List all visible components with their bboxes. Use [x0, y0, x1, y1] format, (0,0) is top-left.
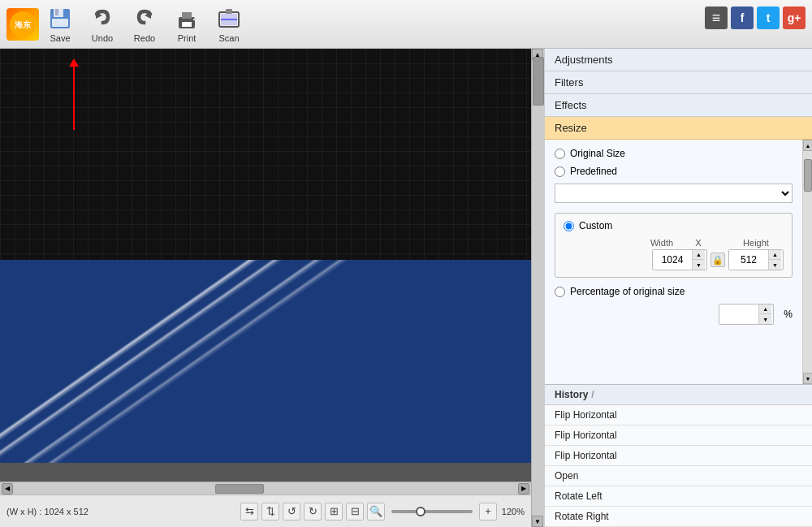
googleplus-icon[interactable]: g+: [783, 6, 806, 29]
original-size-radio[interactable]: [555, 149, 565, 159]
horizontal-scrollbar[interactable]: ◀ ▶: [0, 482, 531, 495]
canvas-scroll-thumb[interactable]: [533, 57, 544, 106]
history-panel: History / Flip Horizontal Flip Horizonta…: [545, 384, 812, 527]
predefined-select[interactable]: [555, 184, 793, 203]
height-field[interactable]: [729, 250, 768, 270]
pct-radio-row: Percentage of original size: [555, 286, 793, 297]
redo-icon: [132, 6, 158, 32]
panel-scrollbar[interactable]: ▲ ▼: [802, 140, 812, 384]
red-arrow: [73, 65, 75, 130]
grid-tool[interactable]: ⊞: [325, 503, 343, 521]
zoom-percentage: 120%: [500, 507, 525, 516]
logo-image: 海东: [6, 8, 39, 41]
flip-h-tool[interactable]: ⇆: [240, 503, 258, 521]
svg-rect-10: [182, 22, 192, 27]
pct-row: ▲ ▼ %: [555, 304, 793, 325]
save-button[interactable]: Save: [39, 3, 81, 45]
lock-aspect-button[interactable]: 🔒: [710, 253, 725, 267]
zoom-slider-thumb[interactable]: [416, 507, 425, 516]
print-button[interactable]: Print: [166, 3, 208, 45]
svg-text:海东: 海东: [15, 20, 32, 29]
image-bottom: [0, 260, 531, 463]
canvas-bottom-bar: (W x H) : 1024 x 512 ⇆ ⇅ ↺ ↻ ⊞ ⊟ 🔍: [0, 495, 531, 527]
height-down-btn[interactable]: ▼: [769, 260, 781, 270]
canvas-area: ◀ ▶ (W x H) : 1024 x 512 ⇆ ⇅ ↺ ↻: [0, 49, 544, 527]
grid-alt-tool[interactable]: ⊟: [346, 503, 364, 521]
pct-field[interactable]: [719, 305, 758, 324]
menu-icon[interactable]: ≡: [705, 6, 728, 29]
scroll-left-button[interactable]: ◀: [2, 483, 13, 495]
vscroll-down-btn[interactable]: ▼: [532, 516, 543, 527]
resize-content: Original Size Predefined Custo: [545, 140, 802, 384]
scroll-thumb[interactable]: [215, 484, 264, 494]
history-item[interactable]: Flip Horizontal: [545, 425, 812, 446]
height-up-btn[interactable]: ▲: [769, 250, 781, 260]
toolbar: 海东 Save Undo Redo Print: [0, 0, 812, 49]
redo-button[interactable]: Redo: [123, 3, 166, 45]
flip-v-tool[interactable]: ⇅: [261, 503, 279, 521]
pct-spin-btns: ▲ ▼: [758, 305, 771, 324]
width-input[interactable]: ▲ ▼: [652, 249, 707, 270]
facebook-icon[interactable]: f: [731, 6, 754, 29]
wh-labels: Width X Height: [564, 238, 784, 248]
resize-section[interactable]: Resize: [545, 117, 812, 140]
adjustments-section[interactable]: Adjustments: [545, 49, 812, 71]
scan-icon: [216, 6, 242, 32]
width-down-btn[interactable]: ▼: [693, 260, 705, 270]
undo-button[interactable]: Undo: [81, 3, 123, 45]
history-item[interactable]: Flip Horizontal: [545, 405, 812, 425]
rotate-left-tool[interactable]: ↺: [283, 503, 300, 521]
history-item[interactable]: Flip Horizontal: [545, 446, 812, 466]
width-up-btn[interactable]: ▲: [693, 250, 705, 260]
pct-up-btn[interactable]: ▲: [759, 305, 771, 314]
svg-rect-11: [193, 19, 195, 20]
effects-section[interactable]: Effects: [545, 94, 812, 117]
height-spin-btns: ▲ ▼: [768, 250, 781, 270]
undo-icon: [89, 6, 115, 32]
image-top: [0, 49, 531, 260]
bottom-tools: ⇆ ⇅ ↺ ↻ ⊞ ⊟ 🔍 + 120%: [240, 503, 525, 521]
main-area: ◀ ▶ (W x H) : 1024 x 512 ⇆ ⇅ ↺ ↻: [0, 49, 812, 527]
canvas-wrapper: ◀ ▶ (W x H) : 1024 x 512 ⇆ ⇅ ↺ ↻: [0, 49, 544, 527]
width-field[interactable]: [653, 250, 692, 270]
zoom-out-button[interactable]: 🔍: [367, 503, 385, 521]
wh-inputs: ▲ ▼ 🔒 ▲ ▼: [564, 249, 784, 270]
save-icon: [47, 6, 73, 32]
zoom-in-button[interactable]: +: [479, 503, 497, 521]
print-icon: [174, 6, 200, 32]
zoom-slider[interactable]: [391, 510, 473, 513]
history-item[interactable]: Open: [545, 466, 812, 486]
history-item[interactable]: Rotate Right: [545, 507, 812, 527]
pct-radio[interactable]: [555, 287, 565, 297]
history-header: History /: [545, 385, 812, 405]
panel-main: Adjustments Filters Effects Resize Origi…: [545, 49, 812, 527]
width-spin-btns: ▲ ▼: [692, 250, 705, 270]
panel-scroll-down[interactable]: ▼: [803, 373, 812, 384]
pct-input[interactable]: ▲ ▼: [719, 304, 774, 325]
canvas-content[interactable]: [0, 49, 531, 482]
original-size-label: Original Size: [570, 148, 625, 159]
svg-rect-15: [226, 9, 232, 14]
custom-radio[interactable]: [564, 221, 574, 231]
pct-label: Percentage of original size: [570, 286, 685, 297]
custom-group-label: Custom: [564, 220, 784, 231]
history-item[interactable]: Rotate Left: [545, 486, 812, 507]
canvas-vertical-scrollbar[interactable]: ▲ ▼: [531, 49, 544, 527]
scan-button[interactable]: Scan: [208, 3, 250, 45]
svg-rect-9: [182, 12, 192, 19]
panel-scroll-up[interactable]: ▲: [803, 140, 812, 151]
filters-section[interactable]: Filters: [545, 71, 812, 94]
svg-rect-4: [55, 9, 58, 15]
rotate-right-tool[interactable]: ↻: [304, 503, 322, 521]
height-input[interactable]: ▲ ▼: [728, 249, 784, 270]
history-slash: /: [591, 389, 594, 400]
predefined-label: Predefined: [570, 166, 617, 177]
right-panel: Adjustments Filters Effects Resize Origi…: [544, 49, 812, 527]
predefined-radio[interactable]: [555, 166, 565, 177]
scroll-right-button[interactable]: ▶: [518, 483, 529, 495]
svg-rect-5: [52, 19, 68, 27]
scroll-track[interactable]: [15, 483, 516, 495]
panel-scroll-thumb[interactable]: [804, 159, 812, 192]
pct-down-btn[interactable]: ▼: [759, 314, 771, 324]
twitter-icon[interactable]: t: [757, 6, 780, 29]
